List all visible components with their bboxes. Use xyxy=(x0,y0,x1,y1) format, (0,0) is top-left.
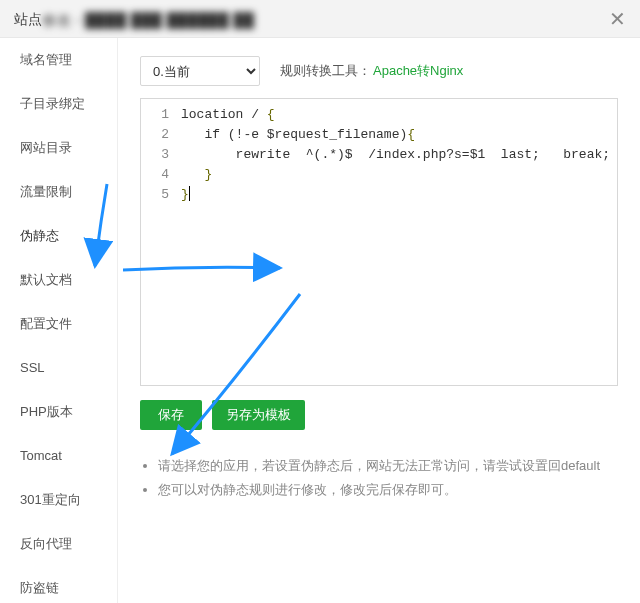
rewrite-code-editor[interactable]: 12345 location / { if (!-e $request_file… xyxy=(140,98,618,386)
sidebar-item-domain[interactable]: 域名管理 xyxy=(0,38,117,82)
sidebar-item-label: SSL xyxy=(20,360,45,375)
site-settings-modal: 站点修改 - ████ ███ ██████ ██ ✕ 域名管理 子目录绑定 网… xyxy=(0,0,640,603)
modal-body: 域名管理 子目录绑定 网站目录 流量限制 伪静态 默认文档 配置文件 SSL P… xyxy=(0,38,640,603)
convert-tool-wrap: 规则转换工具：Apache转Nginx xyxy=(280,62,463,80)
save-button[interactable]: 保存 xyxy=(140,400,202,430)
tip-item: 请选择您的应用，若设置伪静态后，网站无法正常访问，请尝试设置回default xyxy=(158,454,618,478)
editor-code-area[interactable]: location / { if (!-e $request_filename){… xyxy=(175,105,617,385)
save-as-template-button[interactable]: 另存为模板 xyxy=(212,400,305,430)
header-site-name-blurred: 修改 - ████ ███ ██████ ██ xyxy=(42,1,254,39)
convert-tool-label: 规则转换工具： xyxy=(280,63,371,78)
sidebar-item-proxy[interactable]: 反向代理 xyxy=(0,522,117,566)
convert-tool-link[interactable]: Apache转Nginx xyxy=(373,63,463,78)
sidebar-item-label: 流量限制 xyxy=(20,184,72,199)
tip-item: 您可以对伪静态规则进行修改，修改完后保存即可。 xyxy=(158,478,618,502)
template-select[interactable]: 0.当前 xyxy=(140,56,260,86)
top-row: 0.当前 规则转换工具：Apache转Nginx xyxy=(140,56,618,86)
sidebar-item-label: 默认文档 xyxy=(20,272,72,287)
close-icon[interactable]: ✕ xyxy=(598,0,636,38)
sidebar-item-default-doc[interactable]: 默认文档 xyxy=(0,258,117,302)
sidebar-item-label: 配置文件 xyxy=(20,316,72,331)
editor-gutter: 12345 xyxy=(141,105,175,385)
sidebar-item-hotlink[interactable]: 防盗链 xyxy=(0,566,117,603)
sidebar-item-label: PHP版本 xyxy=(20,404,73,419)
sidebar-item-tomcat[interactable]: Tomcat xyxy=(0,434,117,478)
sidebar-item-subdir[interactable]: 子目录绑定 xyxy=(0,82,117,126)
sidebar-item-rewrite[interactable]: 伪静态 xyxy=(0,214,117,258)
sidebar-item-ssl[interactable]: SSL xyxy=(0,346,117,390)
header-prefix: 站点 xyxy=(14,11,42,27)
sidebar-item-label: 301重定向 xyxy=(20,492,81,507)
sidebar-item-label: 域名管理 xyxy=(20,52,72,67)
content-panel: 0.当前 规则转换工具：Apache转Nginx 12345 location … xyxy=(118,38,640,603)
sidebar-item-config[interactable]: 配置文件 xyxy=(0,302,117,346)
sidebar-item-sitedir[interactable]: 网站目录 xyxy=(0,126,117,170)
sidebar-item-redirect301[interactable]: 301重定向 xyxy=(0,478,117,522)
sidebar-item-label: 反向代理 xyxy=(20,536,72,551)
tips-list: 请选择您的应用，若设置伪静态后，网站无法正常访问，请尝试设置回default 您… xyxy=(140,454,618,502)
sidebar-item-label: Tomcat xyxy=(20,448,62,463)
sidebar-item-php[interactable]: PHP版本 xyxy=(0,390,117,434)
sidebar: 域名管理 子目录绑定 网站目录 流量限制 伪静态 默认文档 配置文件 SSL P… xyxy=(0,38,118,603)
sidebar-item-label: 子目录绑定 xyxy=(20,96,85,111)
button-row: 保存 另存为模板 xyxy=(140,400,618,430)
sidebar-item-traffic[interactable]: 流量限制 xyxy=(0,170,117,214)
sidebar-item-label: 防盗链 xyxy=(20,580,59,595)
sidebar-item-label: 伪静态 xyxy=(20,228,59,243)
modal-header: 站点修改 - ████ ███ ██████ ██ ✕ xyxy=(0,0,640,38)
sidebar-item-label: 网站目录 xyxy=(20,140,72,155)
